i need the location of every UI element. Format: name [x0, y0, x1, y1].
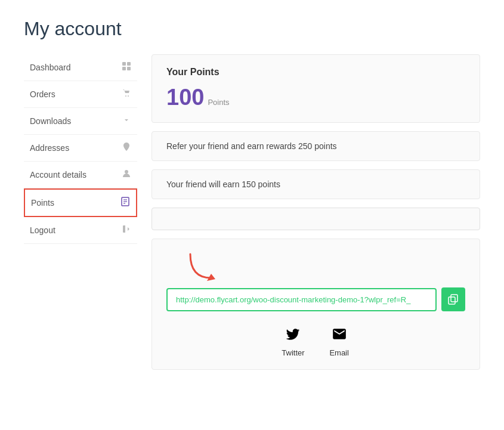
share-buttons: Twitter Email [166, 323, 465, 357]
sidebar: Dashboard Orders Downloads Addresses Acc… [24, 54, 137, 370]
svg-rect-0 [122, 62, 126, 66]
sidebar-item-account-details[interactable]: Account details [24, 162, 137, 188]
referral-section: Twitter Email [151, 239, 480, 370]
points-card-title: Your Points [166, 67, 465, 78]
email-icon [329, 323, 350, 345]
svg-point-4 [125, 95, 126, 97]
addresses-icon [122, 142, 131, 154]
sidebar-item-points[interactable]: Points [24, 188, 137, 217]
sidebar-item-dashboard[interactable]: Dashboard [24, 54, 137, 81]
email-share-button[interactable]: Email [329, 323, 350, 357]
sidebar-item-addresses[interactable]: Addresses [24, 135, 137, 162]
svg-rect-2 [122, 67, 126, 70]
refer-message-card: Refer your friend and earn rewards 250 p… [151, 131, 480, 161]
copy-icon [448, 294, 459, 305]
refer-message: Refer your friend and earn rewards 250 p… [166, 141, 465, 151]
svg-rect-12 [449, 297, 455, 304]
orders-icon [122, 88, 131, 100]
sidebar-item-orders[interactable]: Orders [24, 81, 137, 108]
referral-arrow [178, 251, 226, 284]
email-label: Email [329, 348, 349, 357]
main-content: Your Points 100 Points Refer your friend… [151, 54, 480, 370]
svg-point-5 [128, 95, 129, 97]
points-number: 100 [166, 85, 204, 110]
twitter-share-button[interactable]: Twitter [282, 323, 304, 357]
logout-icon [122, 224, 131, 236]
account-details-icon [122, 169, 131, 181]
referral-input-row [166, 287, 465, 311]
svg-rect-3 [127, 67, 131, 70]
twitter-label: Twitter [282, 348, 304, 357]
svg-rect-13 [451, 295, 457, 302]
dashboard-icon [122, 61, 131, 73]
points-unit: Points [208, 98, 229, 107]
sidebar-item-downloads[interactable]: Downloads [24, 108, 137, 135]
page-title: My account [24, 18, 480, 40]
referral-url-input[interactable] [166, 288, 437, 311]
friend-message: Your friend will earn 150 points [166, 180, 465, 189]
points-card: Your Points 100 Points [151, 54, 480, 123]
downloads-icon [122, 115, 131, 127]
friend-message-card: Your friend will earn 150 points [151, 169, 480, 199]
copy-button[interactable] [441, 287, 465, 311]
svg-point-6 [125, 170, 128, 174]
twitter-icon [282, 323, 304, 345]
sidebar-item-logout[interactable]: Logout [24, 217, 137, 244]
points-icon [120, 197, 130, 209]
empty-input-bar [151, 208, 480, 230]
svg-rect-1 [127, 62, 131, 66]
